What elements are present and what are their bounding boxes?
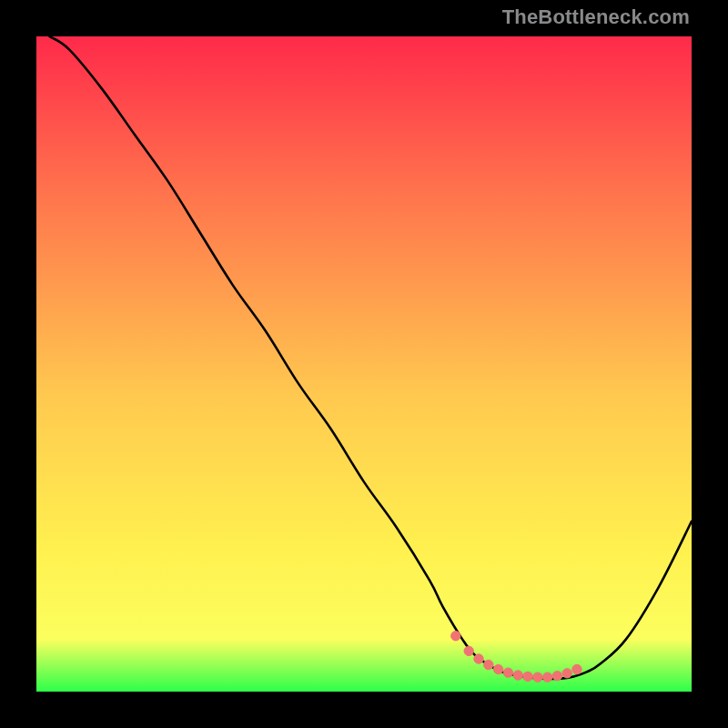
plot-area bbox=[36, 36, 692, 692]
marker-dot bbox=[464, 646, 473, 655]
chart-container: TheBottleneck.com bbox=[0, 0, 728, 728]
marker-dot bbox=[503, 668, 512, 677]
marker-dot bbox=[533, 672, 542, 682]
marker-dot bbox=[451, 632, 460, 641]
watermark-text: TheBottleneck.com bbox=[502, 5, 690, 29]
marker-dot bbox=[513, 671, 522, 680]
marker-dot bbox=[562, 669, 571, 678]
marker-dot bbox=[523, 672, 532, 681]
marker-dot bbox=[474, 654, 483, 663]
marker-dot bbox=[484, 660, 493, 669]
marker-dot bbox=[552, 672, 561, 681]
marker-dot bbox=[542, 672, 551, 682]
marker-dot bbox=[572, 664, 581, 673]
marker-dot bbox=[493, 664, 502, 673]
